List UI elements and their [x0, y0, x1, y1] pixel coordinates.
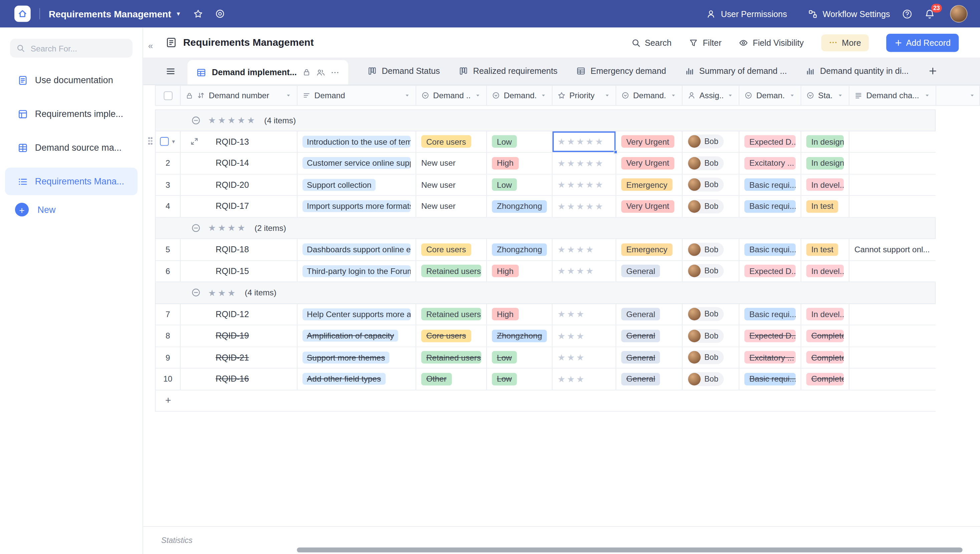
cell-fill-handle[interactable] [614, 150, 617, 154]
column-header-2[interactable]: Demand [298, 86, 416, 105]
cell-demand-type[interactable]: Expected D... [739, 131, 801, 152]
cell-demand-type[interactable]: Basic requi... [739, 304, 801, 325]
column-header-3[interactable]: Demand ... [416, 86, 487, 105]
workflow-settings-button[interactable]: Workflow Settings [808, 9, 890, 18]
cell-status[interactable]: In devel... [801, 174, 849, 195]
row-number-cell[interactable]: 10 [156, 369, 181, 390]
collapse-group-icon[interactable] [191, 288, 200, 297]
cell-demand-change[interactable] [850, 260, 936, 282]
cell-demand-user[interactable]: Core users [416, 326, 487, 346]
sidebar-collapse-icon[interactable]: « [145, 40, 157, 51]
horizontal-scrollbar[interactable] [297, 547, 962, 552]
cell-demand-type[interactable]: Basic requi... [739, 239, 801, 260]
cell-demand-user[interactable]: Retained users [416, 260, 487, 282]
priority-stars[interactable]: ★★★ [557, 309, 586, 319]
cell-demand[interactable]: Customer service online supp [298, 153, 416, 174]
chevron-down-icon[interactable] [404, 92, 411, 99]
cell-demand[interactable]: Introduction to the use of tem [298, 131, 416, 152]
tab-more-icon[interactable] [331, 68, 339, 77]
cell-demand-change[interactable] [850, 369, 936, 390]
view-list-menu-icon[interactable] [165, 66, 176, 76]
workspace-title[interactable]: Requirements Management ▼ [49, 8, 181, 19]
cell-demand-number[interactable]: RQID-14 [181, 153, 298, 174]
home-icon[interactable] [14, 6, 31, 22]
priority-stars[interactable]: ★★★★★ [557, 158, 605, 168]
chevron-down-icon[interactable] [540, 92, 547, 99]
chevron-down-icon[interactable]: ▼ [171, 139, 176, 144]
cell-demand-change[interactable]: Cannot support onl... [850, 239, 936, 260]
cell-demand-number[interactable]: RQID-20 [181, 174, 298, 195]
add-record-button[interactable]: Add Record [886, 34, 959, 51]
cell-demand-change[interactable] [850, 153, 936, 174]
cell-status[interactable]: In devel... [801, 260, 849, 282]
cell-status[interactable]: Complete [801, 369, 849, 390]
cell-demand-urgency[interactable]: General [616, 326, 682, 346]
cell-demand-number[interactable]: RQID-19 [181, 326, 298, 346]
cell-priority[interactable]: ★★★ [552, 304, 616, 325]
row-number-cell[interactable]: 3 [156, 174, 181, 195]
cell-priority[interactable]: ★★★★ [552, 239, 616, 260]
priority-stars[interactable]: ★★★★ [557, 266, 595, 276]
cell-demand-change[interactable] [850, 304, 936, 325]
cell-priority[interactable]: ★★★★★ [552, 196, 616, 217]
cell-priority[interactable]: ★★★★ [552, 260, 616, 282]
cell-demand-user[interactable]: New user [416, 196, 487, 217]
cell-demand-urgency[interactable]: General [616, 260, 682, 282]
cell-demand-change[interactable] [850, 196, 936, 217]
column-header-4[interactable]: Demand... [487, 86, 553, 105]
column-header-9[interactable]: Sta... [801, 86, 849, 105]
cell-demand-level[interactable]: Zhongzhong [487, 326, 553, 346]
cell-demand-number[interactable]: RQID-15 [181, 260, 298, 282]
notifications-bell-icon[interactable]: 23 [924, 8, 935, 19]
row-checkbox[interactable] [159, 137, 168, 146]
cell-demand[interactable]: Dashboards support online ed [298, 239, 416, 260]
chevron-down-icon[interactable] [924, 92, 931, 99]
cell-demand-urgency[interactable]: Emergency [616, 174, 682, 195]
field-visibility-button[interactable]: Field Visibility [739, 38, 804, 47]
cell-demand-user[interactable]: Other [416, 369, 487, 390]
view-tab-demand-quantity-in-di[interactable]: Demand quantity in di... [806, 66, 909, 75]
select-all-checkbox[interactable] [164, 91, 172, 100]
cell-demand-change[interactable] [850, 131, 936, 152]
row-number-cell[interactable]: 8 [156, 326, 181, 346]
user-avatar[interactable] [950, 5, 967, 22]
cell-demand-number[interactable]: RQID-21 [181, 347, 298, 368]
row-number-cell[interactable]: 6 [156, 260, 181, 282]
sidebar-item-use-documentation[interactable]: Use documentation [5, 66, 137, 94]
cell-status[interactable]: Complete [801, 347, 849, 368]
chevron-down-icon[interactable] [285, 92, 292, 99]
chevron-down-icon[interactable] [727, 92, 734, 99]
cell-demand-type[interactable]: Basic requi... [739, 196, 801, 217]
cell-demand[interactable]: Third-party login to the Forum [298, 260, 416, 282]
search-button[interactable]: Search [631, 38, 671, 47]
cell-demand-change[interactable] [850, 326, 936, 346]
cell-priority[interactable]: ★★★ [552, 369, 616, 390]
cell-demand-urgency[interactable]: General [616, 347, 682, 368]
cell-assignee[interactable]: Bob [682, 239, 739, 260]
cell-demand-level[interactable]: Low [487, 174, 553, 195]
cell-demand-number[interactable]: RQID-13 [181, 131, 298, 152]
cell-priority[interactable]: ★★★★★ [552, 131, 616, 152]
cell-demand-type[interactable]: Basic requi... [739, 369, 801, 390]
sidebar-item-demand-source-ma[interactable]: Demand source ma... [5, 134, 137, 161]
cell-demand-urgency[interactable]: Very Urgent [616, 131, 682, 152]
priority-stars[interactable]: ★★★ [557, 353, 586, 362]
view-tab-emergency-demand[interactable]: Emergency demand [576, 66, 666, 75]
cell-demand[interactable]: Import supports more formats [298, 196, 416, 217]
cell-demand-user[interactable]: New user [416, 153, 487, 174]
chevron-down-icon[interactable] [670, 92, 677, 99]
column-header-7[interactable]: Assig... [682, 86, 739, 105]
cell-demand-level[interactable]: Zhongzhong [487, 239, 553, 260]
cell-demand-type[interactable]: Excitatory ... [739, 347, 801, 368]
cell-demand[interactable]: Help Center supports more an [298, 304, 416, 325]
priority-stars[interactable]: ★★★★★ [557, 201, 605, 211]
row-number-cell[interactable]: 4 [156, 196, 181, 217]
cell-status[interactable]: In test [801, 239, 849, 260]
collapse-group-icon[interactable] [191, 223, 200, 233]
column-header-6[interactable]: Demand... [616, 86, 682, 105]
row-number-cell[interactable]: 7 [156, 304, 181, 325]
chevron-down-icon[interactable] [789, 92, 796, 99]
cell-demand-level[interactable]: Zhongzhong [487, 196, 553, 217]
filter-button[interactable]: Filter [689, 38, 721, 47]
column-header-10[interactable]: Demand cha... [850, 86, 936, 105]
